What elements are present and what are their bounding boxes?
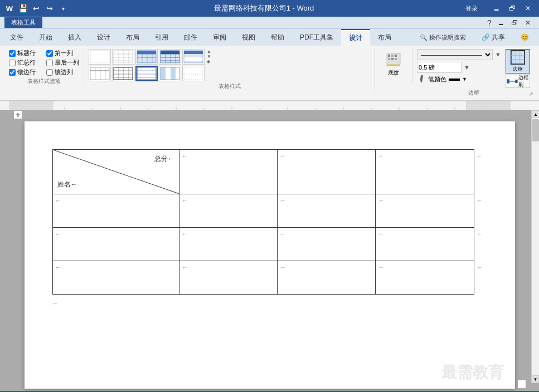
- border-style-select[interactable]: —————————— - - - - - - - - ·············…: [417, 49, 493, 60]
- para-mark: ←: [378, 231, 384, 237]
- help-icon[interactable]: ?: [484, 18, 494, 28]
- para-mark: ←: [182, 264, 188, 271]
- style-shaded[interactable]: [182, 49, 205, 65]
- ribbon: 文件 开始 插入 设计 布局 引用 邮件 审阅 视图 帮助 PDF工具集 设计 …: [0, 29, 539, 101]
- word-icon: W: [4, 3, 14, 13]
- styles-scroll-down[interactable]: ▼: [207, 54, 211, 59]
- table-cell-r1c2[interactable]: ←: [278, 194, 376, 228]
- tab-mailings[interactable]: 邮件: [176, 29, 205, 46]
- border-group-label: 边框: [468, 88, 479, 97]
- checkbox-total-row[interactable]: 汇总行: [9, 58, 42, 67]
- style-2-3[interactable]: [135, 66, 158, 81]
- tab-view[interactable]: 视图: [234, 29, 263, 46]
- checkbox-last-col[interactable]: 最后一列: [46, 58, 79, 67]
- tab-review[interactable]: 审阅: [205, 29, 234, 46]
- tb-restore[interactable]: 🗗: [508, 17, 521, 28]
- undo-btn[interactable]: ↩: [31, 3, 41, 13]
- tab-home[interactable]: 开始: [31, 29, 60, 46]
- table-cell-r0c1[interactable]: ←: [179, 150, 277, 194]
- restore-btn[interactable]: 🗗: [506, 3, 519, 14]
- title-bar-left: W 💾 ↩ ↪ ▾: [4, 3, 68, 13]
- border-section-expand[interactable]: ↗: [529, 91, 533, 97]
- style-grid-medium[interactable]: [135, 49, 158, 65]
- style-grid-dark[interactable]: [159, 49, 181, 65]
- tab-file[interactable]: 文件: [2, 29, 31, 46]
- style-2-2[interactable]: [112, 66, 134, 81]
- table-styles-content: ▲ ▼ ◆: [89, 49, 211, 81]
- table-cell-r3c1[interactable]: ←: [179, 261, 277, 295]
- close-btn[interactable]: ✕: [521, 3, 535, 14]
- customize-btn[interactable]: ▾: [58, 3, 68, 13]
- tab-help[interactable]: 帮助: [263, 29, 292, 46]
- scroll-down-btn[interactable]: ▼: [532, 375, 539, 383]
- border-painter-button[interactable]: 边框刷: [506, 75, 530, 88]
- tab-layout-table[interactable]: 布局: [370, 29, 399, 46]
- table-cell-r2c2[interactable]: ←: [278, 228, 376, 261]
- tab-design[interactable]: 设计: [89, 29, 118, 46]
- table-cell-r3c3[interactable]: ←: [376, 261, 474, 295]
- table-cell-r2c3[interactable]: ←: [376, 228, 474, 261]
- table-cell-r3c4[interactable]: ←: [474, 261, 487, 295]
- styles-more[interactable]: ◆: [207, 59, 211, 64]
- style-2-1[interactable]: [89, 66, 111, 81]
- tab-design-table[interactable]: 设计: [341, 29, 370, 46]
- table-move-handle[interactable]: ✛: [13, 110, 22, 119]
- table-cell-r1c3[interactable]: ←: [376, 194, 474, 228]
- table-cell-r2c0[interactable]: ←: [52, 228, 179, 261]
- table-cell-r1c0[interactable]: ←: [52, 194, 179, 228]
- table-cell-r1c4[interactable]: ←: [474, 194, 487, 228]
- table-styles-label: 表格样式: [218, 81, 241, 90]
- tab-emoji[interactable]: 😊: [513, 29, 537, 46]
- table-cell-r1c1[interactable]: ←: [179, 194, 277, 228]
- tab-pdf[interactable]: PDF工具集: [292, 29, 341, 46]
- save-quick-btn[interactable]: 💾: [18, 3, 28, 13]
- border-group: —————————— - - - - - - - - ·············…: [412, 48, 535, 98]
- border-style-dropdown[interactable]: ▼: [495, 51, 501, 58]
- svg-rect-28: [90, 67, 109, 80]
- login-button[interactable]: 登录: [460, 3, 483, 14]
- table-cell-r0c3[interactable]: ←: [376, 150, 474, 194]
- title-bar-title: 最需网络科技有限公司1 - Word: [68, 3, 460, 13]
- redo-btn[interactable]: ↪: [45, 3, 55, 13]
- pen-color-dropdown[interactable]: ▼: [462, 76, 467, 82]
- table-cell-r0c4[interactable]: ←: [474, 150, 487, 194]
- style-2-5[interactable]: [182, 66, 205, 81]
- scrollbar-vertical[interactable]: ▲ ▼: [531, 110, 539, 383]
- table-row-1: ← ← ← ← ←: [52, 194, 487, 228]
- svg-rect-45: [166, 67, 171, 80]
- style-2-4[interactable]: [159, 66, 181, 81]
- tab-search[interactable]: 🔍 操作说明搜索: [412, 29, 474, 46]
- header-cell-diagonal[interactable]: 总分← 姓名←: [52, 150, 179, 194]
- tab-insert[interactable]: 插入: [60, 29, 89, 46]
- table-cell-r2c1[interactable]: ←: [179, 228, 277, 261]
- checkbox-first-col[interactable]: 第一列: [46, 49, 79, 57]
- borders-button[interactable]: 边框: [506, 49, 530, 74]
- tab-share[interactable]: 🔗 共享: [474, 29, 513, 46]
- checkbox-banded-cols[interactable]: 镶边列: [46, 68, 79, 76]
- table-cell-r3c2[interactable]: ←: [278, 261, 376, 295]
- border-width-input[interactable]: [417, 62, 462, 73]
- table-cell-r3c0[interactable]: ←: [52, 261, 179, 295]
- style-grid-light[interactable]: [112, 49, 134, 65]
- checkbox-header-row[interactable]: 标题行: [9, 49, 42, 57]
- shading-button[interactable]: 底纹: [380, 49, 407, 80]
- styles-scroll-up[interactable]: ▲: [207, 49, 211, 54]
- styles-row-2: [89, 66, 205, 81]
- border-width-dropdown[interactable]: ▼: [464, 64, 470, 71]
- tb-minimize[interactable]: 🗕: [494, 17, 508, 28]
- minimize-btn[interactable]: 🗕: [490, 3, 503, 14]
- tab-layout-doc[interactable]: 布局: [118, 29, 147, 46]
- table-cell-r0c2[interactable]: ←: [278, 150, 376, 194]
- style-plain[interactable]: [89, 49, 111, 65]
- para-mark: ←: [182, 231, 188, 237]
- title-bar: W 💾 ↩ ↪ ▾ 最需网络科技有限公司1 - Word 登录 🗕 🗗 ✕: [0, 0, 539, 17]
- scroll-thumb[interactable]: [532, 119, 539, 141]
- tb-close[interactable]: ✕: [521, 17, 535, 28]
- table-cell-r2c4[interactable]: ←: [474, 228, 487, 261]
- svg-rect-49: [184, 67, 203, 80]
- svg-rect-16: [161, 51, 179, 54]
- tab-references[interactable]: 引用: [147, 29, 176, 46]
- checkbox-banded-rows[interactable]: 镶边行: [9, 68, 42, 76]
- scroll-up-btn[interactable]: ▲: [532, 110, 539, 118]
- table-resize-handle[interactable]: [517, 380, 526, 389]
